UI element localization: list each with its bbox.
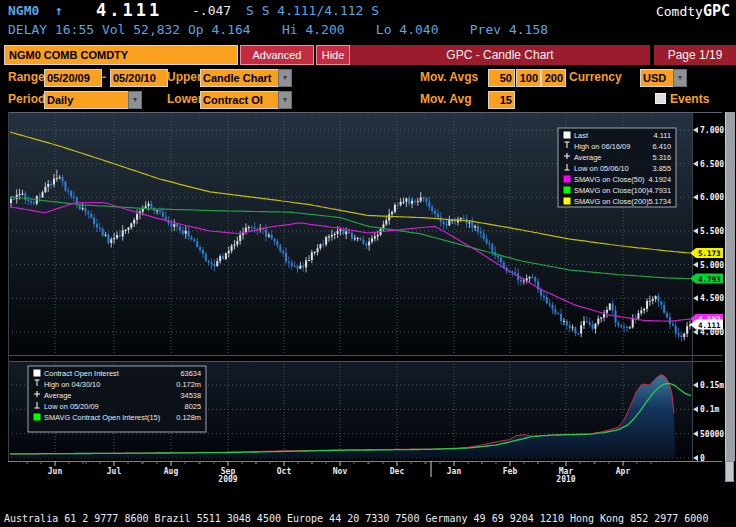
svg-text:Contract Open Interest: Contract Open Interest xyxy=(44,369,119,378)
range-start-input[interactable]: 05/20/09 xyxy=(44,69,102,87)
range-label: Range xyxy=(8,68,45,86)
svg-text:Low on 05/20/09: Low on 05/20/09 xyxy=(44,402,99,411)
svg-text:Aug: Aug xyxy=(164,467,179,476)
period-select[interactable]: Daily xyxy=(44,91,130,109)
hide-button[interactable]: Hide xyxy=(316,45,350,65)
svg-text:63634: 63634 xyxy=(180,369,201,378)
chart-scrollbar[interactable] xyxy=(725,112,735,461)
svg-text:SMAVG on Close(200): SMAVG on Close(200) xyxy=(574,197,649,206)
ticker-symbol: NGM0 xyxy=(8,3,39,18)
mov-avg-50-input[interactable]: 50 xyxy=(488,69,515,87)
currency-label: Currency xyxy=(569,68,622,86)
price-up-arrow-icon: ↑ xyxy=(55,3,63,18)
quote-header: NGM0 ↑ 4.111 -.047 S S 4.111/4.112 S Com… xyxy=(0,0,736,20)
svg-text:34538: 34538 xyxy=(180,391,201,400)
svg-text:0.172m: 0.172m xyxy=(176,380,201,389)
events-checkbox[interactable] xyxy=(655,93,666,104)
svg-text:50000: 50000 xyxy=(700,430,724,439)
svg-text:Oct: Oct xyxy=(277,467,292,476)
svg-text:Average: Average xyxy=(44,391,71,400)
bloomberg-terminal-screen: NGM0 ↑ 4.111 -.047 S S 4.111/4.112 S Com… xyxy=(0,0,736,527)
candle-chart-svg[interactable]: 7.0006.5006.0005.5005.0004.5004.0005.173… xyxy=(0,110,736,483)
svg-text:Average: Average xyxy=(574,153,601,162)
svg-text:SMAVG Contract Open Interest(1: SMAVG Contract Open Interest(15) xyxy=(44,413,160,422)
svg-text:High on 04/30/10: High on 04/30/10 xyxy=(44,380,100,389)
svg-text:Jan: Jan xyxy=(447,467,462,476)
svg-text:6.500: 6.500 xyxy=(700,160,724,169)
mov-avg-lower-input[interactable]: 15 xyxy=(488,91,515,109)
svg-text:3.855: 3.855 xyxy=(653,164,672,173)
period-label: Period xyxy=(8,90,45,108)
svg-text:Last: Last xyxy=(574,131,588,140)
svg-text:SMAVG on Close(50): SMAVG on Close(50) xyxy=(574,175,645,184)
upper-chart-select[interactable]: Candle Chart xyxy=(200,69,280,87)
svg-text:4.500: 4.500 xyxy=(700,294,724,303)
lower-chart-select[interactable]: Contract OI xyxy=(200,91,280,109)
svg-text:6.000: 6.000 xyxy=(700,193,724,202)
bloomberg-function-brand: ComdtyGPC xyxy=(656,2,730,20)
page-indicator[interactable]: Page 1/19 xyxy=(654,45,736,65)
svg-text:0.1m: 0.1m xyxy=(700,405,719,414)
svg-text:0: 0 xyxy=(700,454,705,463)
security-field[interactable]: NGM0 COMB COMDTY xyxy=(4,45,238,65)
svg-text:5.500: 5.500 xyxy=(700,227,724,236)
contact-footer: Australia 61 2 9777 8600 Brazil 5511 304… xyxy=(4,486,736,527)
svg-text:Jul: Jul xyxy=(107,467,122,476)
svg-text:0.15m: 0.15m xyxy=(700,381,724,390)
advanced-button[interactable]: Advanced xyxy=(240,45,314,65)
events-label: Events xyxy=(670,90,709,108)
mov-avg-100-input[interactable]: 100 xyxy=(516,69,541,87)
brand-gpc: GPC xyxy=(703,2,730,20)
svg-text:0.128m: 0.128m xyxy=(176,413,201,422)
range-dash: - xyxy=(102,68,106,86)
svg-text:Low on 05/06/10: Low on 05/06/10 xyxy=(574,164,629,173)
mov-avg-200-input[interactable]: 200 xyxy=(541,69,566,87)
svg-text:6.410: 6.410 xyxy=(653,142,672,151)
svg-text:4.7931: 4.7931 xyxy=(648,186,671,195)
svg-text:8025: 8025 xyxy=(185,402,201,411)
svg-text:Apr: Apr xyxy=(616,467,631,476)
currency-dropdown-arrow-icon[interactable]: ▾ xyxy=(673,69,687,87)
svg-text:4.111: 4.111 xyxy=(698,321,721,330)
svg-text:Jun: Jun xyxy=(48,467,63,476)
currency-select[interactable]: USD xyxy=(640,69,675,87)
chart-area: 7.0006.5006.0005.5005.0004.5004.0005.173… xyxy=(0,110,736,483)
brand-comdty: Comdty xyxy=(656,4,703,19)
svg-text:SMAVG on Close(100): SMAVG on Close(100) xyxy=(574,186,649,195)
svg-text:5.173: 5.173 xyxy=(698,249,721,258)
svg-text:Nov: Nov xyxy=(333,467,348,476)
mov-avgs-label: Mov. Avgs xyxy=(420,68,478,86)
upper-chart-dropdown-arrow-icon[interactable]: ▾ xyxy=(278,69,292,87)
svg-text:5.316: 5.316 xyxy=(653,153,672,162)
last-price: 4.111 xyxy=(96,0,162,20)
svg-text:High on 06/16/09: High on 06/16/09 xyxy=(574,142,630,151)
svg-text:2010: 2010 xyxy=(556,475,575,483)
range-end-input[interactable]: 05/20/10 xyxy=(110,69,168,87)
svg-text:7.000: 7.000 xyxy=(700,126,724,135)
lower-label: Lower xyxy=(167,90,202,108)
bid-ask-quote: S S 4.111/4.112 S xyxy=(246,3,379,18)
price-change: -.047 xyxy=(192,3,231,18)
upper-label: Upper xyxy=(167,68,202,86)
chart-scrollbar-end-cap[interactable] xyxy=(725,461,734,482)
mov-avg-label: Mov. Avg xyxy=(420,90,472,108)
svg-text:Dec: Dec xyxy=(390,467,405,476)
footer-line1: Australia 61 2 9777 8600 Brazil 5511 304… xyxy=(4,512,736,525)
lower-chart-dropdown-arrow-icon[interactable]: ▾ xyxy=(278,91,292,109)
svg-text:4.1924: 4.1924 xyxy=(648,175,671,184)
period-dropdown-arrow-icon[interactable]: ▾ xyxy=(128,91,142,109)
svg-text:Feb: Feb xyxy=(503,467,518,476)
svg-text:5.1734: 5.1734 xyxy=(648,197,671,206)
svg-text:5.000: 5.000 xyxy=(700,261,724,270)
delay-stats-line: DELAY 16:55 Vol 52,832 Op 4.164 Hi 4.200… xyxy=(8,22,548,37)
function-title: GPC - Candle Chart xyxy=(350,45,650,65)
svg-text:4.111: 4.111 xyxy=(654,131,671,140)
svg-text:4.793: 4.793 xyxy=(698,275,721,284)
svg-text:2009: 2009 xyxy=(218,475,237,483)
